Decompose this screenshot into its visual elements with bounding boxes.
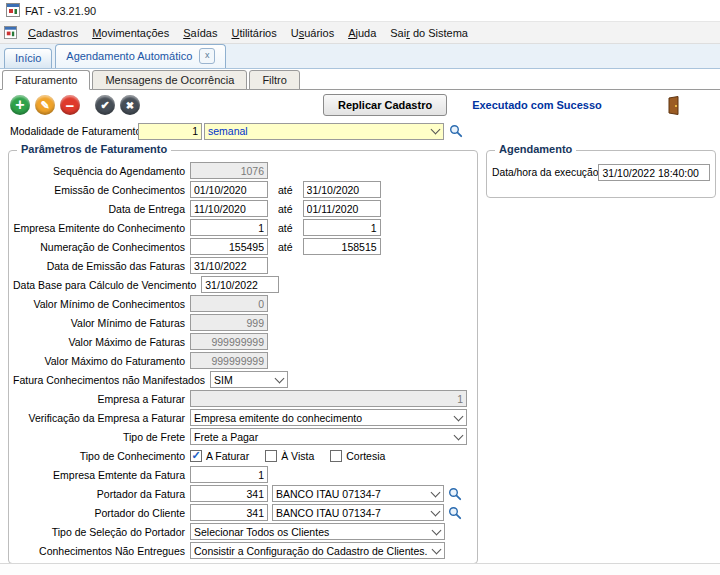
form-row-empresa-emtente-da-fatura: Empresa Emtente da Fatura	[13, 465, 473, 484]
conhecimentos-nao-entregues-select[interactable]: Consistir a Configuração do Cadastro de …	[190, 542, 445, 559]
emissao-de-conhecimentos-to-input[interactable]	[303, 181, 381, 198]
form-row-valor-minimo-de-conhecimentos: Valor Mínimo de Conhecimentos	[13, 294, 473, 313]
tipo-de-frete-selected-value: Frete a Pagar	[194, 431, 450, 443]
exit-door-icon[interactable]	[667, 96, 682, 115]
tipo-de-frete-label: Tipo de Frete	[13, 431, 190, 443]
tipo-de-selecao-do-portador-select[interactable]: Selecionar Todos os Clientes	[190, 523, 445, 540]
form-row-valor-maximo-do-faturamento: Valor Máximo do Faturamento	[13, 351, 473, 370]
data-de-entrega-input[interactable]	[190, 200, 268, 217]
form-row-conhecimentos-nao-entregues: Conhecimentos Não EntreguesConsistir a C…	[13, 541, 473, 560]
tab-close-icon[interactable]: x	[199, 48, 215, 64]
numeracao-de-conhecimentos-to-input[interactable]	[303, 238, 381, 255]
data-base-para-calculo-de-vencimento-input[interactable]	[201, 276, 279, 293]
menu-item-sair-do-sistema[interactable]: Sair do Sistema	[383, 24, 475, 42]
form-row-tipo-de-frete: Tipo de FreteFrete a Pagar	[13, 427, 473, 446]
portador-do-cliente-input[interactable]	[190, 504, 268, 521]
tab-inicio-label: Início	[15, 52, 41, 64]
menu-item-movimentacoes[interactable]: Movimentações	[85, 24, 176, 42]
portador-do-cliente-lookup-button[interactable]	[448, 506, 462, 520]
menu-app-icon[interactable]	[4, 26, 17, 39]
app-icon	[6, 3, 20, 19]
sequencia-do-agendamento-input	[190, 162, 268, 179]
empresa-emtente-da-fatura-input[interactable]	[190, 466, 268, 483]
modalidade-select[interactable]: semanal	[204, 123, 444, 140]
data-hora-execucao-input[interactable]	[598, 164, 710, 181]
add-button[interactable]: +	[10, 95, 30, 115]
menu-item-ajuda[interactable]: Ajuda	[341, 24, 383, 42]
window-title: FAT - v3.21.90	[25, 5, 96, 17]
form-row-empresa-a-faturar: Empresa a Faturar	[13, 389, 473, 408]
chevron-down-icon	[450, 429, 466, 444]
a-vista-checkbox-box[interactable]	[265, 450, 277, 462]
a-faturar-checkbox-box[interactable]: ✓	[190, 450, 202, 462]
portador-da-fatura-lookup-button[interactable]	[448, 487, 462, 501]
portador-da-fatura-input[interactable]	[190, 485, 268, 502]
tab-agendamento-automatico[interactable]: Agendamento Automático x	[55, 44, 226, 68]
data-de-entrega-label: Data de Entrega	[13, 203, 190, 215]
portador-da-fatura-label: Portador da Fatura	[13, 488, 190, 500]
verificacao-da-empresa-a-faturar-label: Verificação da Empresa a Faturar	[13, 412, 190, 424]
confirm-button[interactable]: ✔	[95, 95, 115, 115]
data-hora-execucao-label: Data/hora da execução	[492, 167, 598, 178]
data-de-entrega-to-input[interactable]	[303, 200, 381, 217]
valor-minimo-de-conhecimentos-label: Valor Mínimo de Conhecimentos	[13, 298, 190, 310]
modalidade-code-input[interactable]	[138, 123, 202, 140]
menu-item-saidas[interactable]: Saídas	[176, 24, 224, 42]
empresa-emitente-do-conhecimento-to-input[interactable]	[303, 219, 381, 236]
subtab-faturamento[interactable]: Faturamento	[2, 70, 90, 90]
portador-do-cliente-selected-value: BANCO ITAU 07134-7	[276, 507, 427, 519]
chevron-down-icon	[428, 524, 444, 539]
tab-inicio[interactable]: Início	[4, 48, 52, 68]
modalidade-label: Modalidade de Faturamento	[10, 125, 138, 137]
form-row-portador-do-cliente: Portador do ClienteBANCO ITAU 07134-7	[13, 503, 473, 522]
a-faturar-checkbox-label: A Faturar	[206, 450, 249, 462]
conhecimentos-nao-entregues-selected-value: Consistir a Configuração do Cadastro de …	[194, 545, 428, 557]
form-row-data-de-entrega: Data de Entregaaté	[13, 199, 473, 218]
emissao-de-conhecimentos-input[interactable]	[190, 181, 268, 198]
delete-button[interactable]: −	[60, 95, 80, 115]
valor-maximo-do-faturamento-input	[190, 352, 268, 369]
subtab-mensagens-de-ocorrencia[interactable]: Mensagens de Ocorrência	[92, 70, 247, 90]
tab-agendamento-automatico-label: Agendamento Automático	[66, 50, 192, 62]
numeracao-de-conhecimentos-input[interactable]	[190, 238, 268, 255]
tipo-de-frete-select[interactable]: Frete a Pagar	[190, 428, 467, 445]
cancel-button[interactable]: ✖	[120, 95, 140, 115]
fatura-conhecimentos-nao-manifestados-selected-value: SIM	[214, 374, 271, 386]
verificacao-da-empresa-a-faturar-select[interactable]: Empresa emitente do conhecimento	[190, 409, 467, 426]
a-vista-checkbox[interactable]: À Vista	[265, 450, 314, 462]
subtab-filtro[interactable]: Filtro	[249, 70, 299, 90]
form-row-data-base-para-calculo-de-vencimento: Data Base para Cálculo de Vencimento	[13, 275, 473, 294]
cortesia-checkbox[interactable]: Cortesia	[330, 450, 385, 462]
a-faturar-checkbox[interactable]: ✓A Faturar	[190, 450, 249, 462]
verificacao-da-empresa-a-faturar-selected-value: Empresa emitente do conhecimento	[194, 412, 450, 424]
data-de-emissao-das-faturas-input[interactable]	[190, 257, 268, 274]
tipo-de-selecao-do-portador-label: Tipo de Seleção do Portador	[13, 526, 190, 538]
portador-do-cliente-label: Portador do Cliente	[13, 507, 190, 519]
valor-minimo-de-faturas-input	[190, 314, 268, 331]
form-row-empresa-emitente-do-conhecimento: Empresa Emitente do Conhecimentoaté	[13, 218, 473, 237]
cortesia-checkbox-box[interactable]	[330, 450, 342, 462]
edit-button[interactable]: ✎	[35, 95, 55, 115]
form-row-tipo-de-conhecimento: Tipo de Conhecimento✓A FaturarÀ VistaCor…	[13, 446, 473, 465]
chevron-down-icon	[427, 505, 443, 520]
modalidade-value: semanal	[208, 125, 427, 137]
menu-bar: Cadastros Movimentações Saídas Utilitári…	[0, 22, 720, 44]
menu-item-utilitarios[interactable]: Utilitários	[224, 24, 283, 42]
portador-da-fatura-select[interactable]: BANCO ITAU 07134-7	[272, 485, 444, 502]
portador-do-cliente-select[interactable]: BANCO ITAU 07134-7	[272, 504, 444, 521]
empresa-emitente-do-conhecimento-input[interactable]	[190, 219, 268, 236]
menu-item-cadastros[interactable]: Cadastros	[21, 24, 85, 42]
fatura-conhecimentos-nao-manifestados-label: Fatura Conhecimentos não Manifestados	[13, 374, 210, 386]
chevron-down-icon	[427, 486, 443, 501]
valor-maximo-de-faturas-label: Valor Máximo de Faturas	[13, 336, 190, 348]
chevron-down-icon	[271, 372, 287, 387]
chevron-down-icon	[428, 543, 444, 558]
form-row-numeracao-de-conhecimentos: Numeração de Conhecimentosaté	[13, 237, 473, 256]
data-de-emissao-das-faturas-label: Data de Emissão das Faturas	[13, 260, 190, 272]
form-row-valor-maximo-de-faturas: Valor Máximo de Faturas	[13, 332, 473, 351]
fatura-conhecimentos-nao-manifestados-select[interactable]: SIM	[210, 371, 288, 388]
replicar-cadastro-button[interactable]: Replicar Cadastro	[323, 94, 447, 116]
modalidade-lookup-button[interactable]	[449, 124, 463, 138]
menu-item-usuarios[interactable]: Usuários	[284, 24, 341, 42]
status-text: Executado com Sucesso	[472, 99, 602, 111]
